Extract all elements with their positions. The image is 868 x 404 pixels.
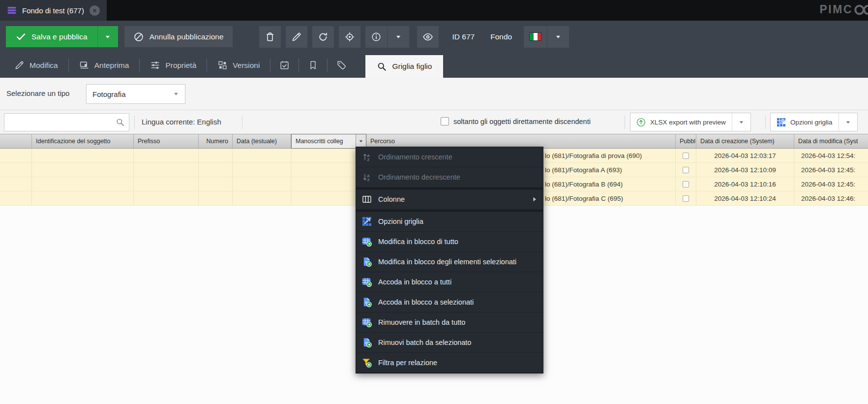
- cell-prefisso[interactable]: [134, 177, 199, 191]
- header-identificazione[interactable]: Identificazione del soggetto: [32, 134, 134, 149]
- menu-item-accoda-selezionati[interactable]: Accoda in blocco a selezionati: [356, 292, 543, 312]
- cell-pubblicato[interactable]: [676, 191, 696, 205]
- language-flag-button[interactable]: [524, 26, 547, 48]
- rename-button[interactable]: [286, 26, 307, 48]
- menu-item-accoda-tutti[interactable]: Accoda in blocco a tutti: [356, 272, 543, 292]
- menu-item-opzioni-griglia[interactable]: Opzioni griglia: [356, 212, 543, 232]
- cell-numero[interactable]: [199, 149, 233, 162]
- columns-icon: [362, 194, 372, 204]
- cell-pubblicato[interactable]: [676, 177, 696, 191]
- cell-row-handle[interactable]: [0, 177, 32, 191]
- header-menu-trigger[interactable]: [356, 134, 366, 148]
- cell-prefisso[interactable]: [134, 163, 199, 177]
- menu-item-modifica-blocco-selezionati[interactable]: Modifica in blocco degli elementi selezi…: [356, 252, 543, 272]
- cell-numero[interactable]: [199, 177, 233, 191]
- cell-row-handle[interactable]: [0, 149, 32, 162]
- cell-pubblicato[interactable]: [676, 163, 696, 177]
- unpublish-button[interactable]: Annulla pubblicazione: [124, 26, 233, 47]
- cell-data-modifica[interactable]: 2026-04-03 12:45:: [794, 177, 868, 191]
- published-checkbox[interactable]: [683, 167, 689, 173]
- cell-numero[interactable]: [199, 191, 233, 205]
- direct-descendants-checkbox[interactable]: [441, 117, 449, 125]
- column-context-menu: Ordinamento crescente Ordinamento decres…: [356, 147, 543, 373]
- cell-identificazione[interactable]: [32, 149, 134, 162]
- cell-prefisso[interactable]: [134, 149, 199, 162]
- tab-anteprima[interactable]: Anteprima: [69, 53, 140, 78]
- save-publish-split-button[interactable]: Salva e pubblica: [6, 26, 118, 47]
- cell-data-testuale[interactable]: [233, 191, 291, 205]
- cell-pubblicato[interactable]: [676, 149, 696, 162]
- grid-options-button[interactable]: Opzioni griglia: [771, 113, 838, 131]
- menu-item-filtra-relazione[interactable]: Filtra per relazione: [356, 353, 543, 373]
- search-icon[interactable]: [116, 118, 125, 127]
- search-input[interactable]: [9, 119, 116, 126]
- header-data-creazione[interactable]: Data di creazione (System): [696, 134, 794, 149]
- search-icon: [377, 62, 387, 72]
- header-prefisso[interactable]: Prefisso: [134, 134, 199, 149]
- save-publish-button[interactable]: Salva e pubblica: [6, 26, 97, 47]
- object-tab-bar: Modifica Anteprima Proprietà Versioni Gr…: [0, 53, 868, 78]
- tab-griglia-figlio[interactable]: Griglia figlio: [365, 55, 443, 78]
- save-options-caret-button[interactable]: [97, 26, 118, 47]
- batch-table-icon: [362, 237, 372, 247]
- type-select[interactable]: Fotografia: [86, 84, 185, 104]
- pimcore-logo-infinity-icon: [853, 3, 868, 16]
- header-data-testuale[interactable]: Data (testuale): [233, 134, 291, 149]
- open-preview-button[interactable]: [417, 26, 439, 48]
- cell-data-testuale[interactable]: [233, 177, 291, 191]
- cell-data-modifica[interactable]: 2026-04-03 12:46:: [794, 191, 868, 205]
- menu-item-rimuovere-batch-tutto[interactable]: Rimuovere in batch da tutto: [356, 312, 543, 333]
- tab-schedule[interactable]: [270, 53, 299, 78]
- language-caret-button[interactable]: [547, 26, 569, 48]
- tab-close-button[interactable]: [90, 5, 100, 16]
- grid-search-box[interactable]: [4, 113, 129, 131]
- header-pubblicato[interactable]: Pubbl: [676, 134, 696, 149]
- cell-prefisso[interactable]: [134, 191, 199, 205]
- tab-modifica[interactable]: Modifica: [4, 53, 68, 78]
- cell-identificazione[interactable]: [32, 163, 134, 177]
- cell-row-handle[interactable]: [0, 163, 32, 177]
- chevron-down-icon: [555, 34, 561, 40]
- cell-identificazione[interactable]: [32, 191, 134, 205]
- header-data-modifica[interactable]: Data di modifica (Syst: [794, 134, 868, 149]
- menu-item-rimuovi-batch-selezionato[interactable]: Rimuovi batch da selezionato: [356, 333, 543, 353]
- cell-data-modifica[interactable]: 2026-04-03 12:54:: [794, 149, 868, 162]
- published-checkbox[interactable]: [683, 195, 689, 202]
- xlsx-export-split-button[interactable]: XLSX export with preview: [630, 113, 751, 131]
- cell-data-modifica[interactable]: 2026-04-03 12:45:: [794, 163, 868, 177]
- cell-data-creazione[interactable]: 2026-04-03 12:03:17: [696, 149, 794, 162]
- document-tab[interactable]: Fondo di test (677): [0, 0, 107, 21]
- locate-in-tree-button[interactable]: [339, 26, 360, 48]
- trash-icon: [265, 31, 275, 42]
- header-row-number[interactable]: [0, 134, 32, 149]
- cell-data-testuale[interactable]: [233, 149, 291, 162]
- xlsx-export-button[interactable]: XLSX export with preview: [630, 113, 732, 131]
- menu-item-sort-descending[interactable]: Ordinamento decrescente: [356, 167, 543, 187]
- info-button[interactable]: [365, 26, 387, 48]
- delete-button[interactable]: [259, 26, 281, 48]
- reload-button[interactable]: [312, 26, 334, 48]
- tab-notes[interactable]: [299, 53, 327, 78]
- menu-item-label: Modifica in blocco di tutto: [378, 238, 458, 246]
- published-checkbox[interactable]: [683, 153, 689, 159]
- xlsx-export-caret-button[interactable]: [732, 113, 750, 131]
- direct-descendants-option[interactable]: soltanto gli oggetti direttamente discen…: [441, 117, 591, 125]
- cell-data-creazione[interactable]: 2026-04-03 12:10:16: [696, 177, 794, 191]
- published-checkbox[interactable]: [683, 181, 689, 187]
- cell-data-creazione[interactable]: 2026-04-03 12:10:09: [696, 163, 794, 177]
- grid-options-caret-button[interactable]: [838, 113, 857, 131]
- tab-versioni[interactable]: Versioni: [207, 53, 270, 78]
- cell-identificazione[interactable]: [32, 177, 134, 191]
- cell-numero[interactable]: [199, 163, 233, 177]
- grid-options-split-button[interactable]: Opzioni griglia: [770, 113, 858, 131]
- cell-data-creazione[interactable]: 2026-04-03 12:10:24: [696, 191, 794, 205]
- cell-data-testuale[interactable]: [233, 163, 291, 177]
- header-numero[interactable]: Numero: [199, 134, 233, 149]
- menu-item-sort-ascending[interactable]: Ordinamento crescente: [356, 147, 543, 167]
- info-caret-button[interactable]: [388, 26, 409, 48]
- cell-row-handle[interactable]: [0, 191, 32, 205]
- tab-tags[interactable]: [328, 53, 356, 78]
- menu-item-colonne[interactable]: Colonne: [356, 189, 543, 210]
- menu-item-modifica-blocco-tutto[interactable]: Modifica in blocco di tutto: [356, 232, 543, 252]
- tab-proprieta[interactable]: Proprietà: [140, 53, 207, 78]
